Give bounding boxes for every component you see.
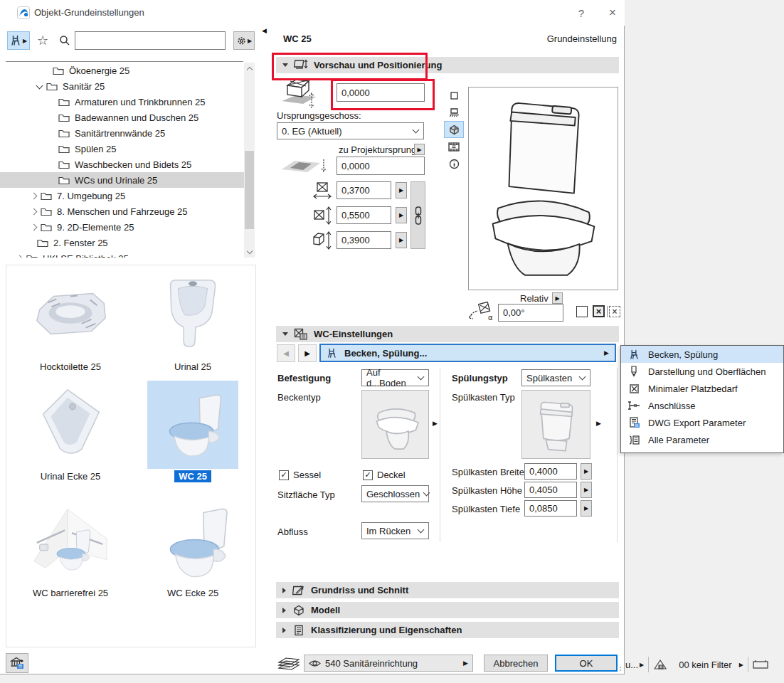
thumbnail-wc-ecke[interactable]: WC Ecke 25 xyxy=(136,497,250,604)
thumbnail-urinal-ecke[interactable]: Urinal Ecke 25 xyxy=(14,381,127,487)
tree-item-wcs-und-urinale[interactable]: WCs und Urinale 25 xyxy=(0,172,244,188)
object-type-button[interactable]: ▶ xyxy=(7,31,30,50)
preview-info-button[interactable] xyxy=(444,155,464,172)
befestigung-dropdown[interactable]: Auf d...Boden xyxy=(361,369,429,386)
chevron-collapsed-icon[interactable] xyxy=(31,208,38,215)
section-header-grundriss[interactable]: Grundriss und Schnitt xyxy=(276,582,619,598)
tree-item-oekoenergie[interactable]: Ökoenergie 25 xyxy=(0,63,244,78)
tree-item-sanitaertrennwaende[interactable]: Sanitärtrennwände 25 xyxy=(0,125,244,141)
flip-state-box-dashed[interactable]: × xyxy=(609,306,620,317)
window-frame-icon[interactable] xyxy=(753,660,768,670)
menu-item-anschluesse[interactable]: Anschlüsse xyxy=(621,397,783,414)
tree-item-menschen[interactable]: 8. Menschen und Fahrzeuge 25 xyxy=(0,203,244,219)
elevation-input[interactable] xyxy=(337,83,425,102)
ok-button[interactable]: OK xyxy=(555,655,618,672)
tree-scrollbar[interactable] xyxy=(244,63,255,258)
flip-state-box-checked[interactable]: × xyxy=(593,305,605,317)
scroll-up-button[interactable] xyxy=(244,63,255,74)
tree-item-2d-elemente[interactable]: 9. 2D-Elemente 25 xyxy=(0,219,244,235)
beckentyp-flyout-arrow[interactable]: ▶ xyxy=(433,420,438,427)
tree-item-armaturen[interactable]: Armaturen und Trinkbrunnen 25 xyxy=(0,94,244,110)
preview-2d-symbol-button[interactable] xyxy=(444,87,464,104)
spuelkasten-typ-picker[interactable] xyxy=(521,390,590,459)
tree-item-umgebung[interactable]: 7. Umgebung 25 xyxy=(0,188,244,203)
relative-label: Relativ xyxy=(520,293,549,304)
search-icon-button[interactable] xyxy=(55,31,74,50)
layer-selector[interactable]: 540 Sanitäreinrichtung ▶ xyxy=(304,655,473,672)
to-project-origin-flyout-button[interactable]: ▶ xyxy=(414,144,425,155)
chevron-expanded-icon[interactable] xyxy=(36,82,43,89)
origin-story-dropdown[interactable]: 0. EG (Aktuell) xyxy=(277,122,424,139)
chevron-collapsed-icon[interactable] xyxy=(16,255,23,258)
renovation-filter-icon[interactable] xyxy=(653,659,667,671)
relative-flyout-button[interactable]: ▶ xyxy=(552,292,563,304)
deckel-checkbox[interactable]: ✓ Deckel xyxy=(363,470,406,480)
settings-page-menu: Becken, Spülung Darstellung und Oberfläc… xyxy=(620,345,784,453)
width-flyout-button[interactable]: ▶ xyxy=(396,182,407,198)
collapse-panel-icon[interactable]: ◀ xyxy=(262,27,267,34)
mirror-checkbox-empty[interactable] xyxy=(576,306,588,317)
breite-flyout-button[interactable]: ▶ xyxy=(581,463,592,480)
overflow-control[interactable]: u... xyxy=(625,660,638,670)
hoehe-flyout-button[interactable]: ▶ xyxy=(581,482,592,498)
tiefe-flyout-button[interactable]: ▶ xyxy=(581,500,592,517)
tree-item-spuelen[interactable]: Spülen 25 xyxy=(0,141,244,157)
preview-plan-view-button[interactable] xyxy=(444,104,464,121)
menu-item-dwg-export[interactable]: DWG Export Parameter xyxy=(621,414,783,431)
link-dimensions-button[interactable] xyxy=(410,181,425,249)
menu-item-darstellung[interactable]: Darstellung und Oberflächen xyxy=(621,363,783,380)
help-button[interactable]: ? xyxy=(571,4,592,21)
beckentyp-picker[interactable] xyxy=(361,390,429,459)
tree-item-sanitaer[interactable]: Sanitär 25 xyxy=(0,78,244,94)
settings-gear-button[interactable]: ▶ xyxy=(233,31,255,50)
library-manager-button[interactable] xyxy=(6,653,28,673)
width-input[interactable] xyxy=(337,181,391,199)
tree-item-hklse-bibliothek[interactable]: HKLSE Bibliothek 25 xyxy=(0,250,244,258)
object-3d-preview[interactable] xyxy=(468,87,618,290)
favorites-star-button[interactable]: ☆ xyxy=(33,31,53,50)
menu-item-becken-spuelung[interactable]: Becken, Spülung xyxy=(621,346,783,363)
depth-input[interactable] xyxy=(337,206,391,224)
menu-item-platzbedarf[interactable]: Minimaler Platzbedarf xyxy=(621,380,783,397)
rotation-angle-input[interactable] xyxy=(498,304,563,322)
tree-item-waschbecken[interactable]: Waschbecken und Bidets 25 xyxy=(0,157,244,172)
thumbnail-hocktoilette[interactable]: Hocktoilette 25 xyxy=(14,271,127,378)
next-page-button[interactable]: ▶ xyxy=(298,344,317,362)
scroll-down-button[interactable] xyxy=(244,246,255,258)
thumbnail-urinal[interactable]: Urinal 25 xyxy=(136,271,250,378)
thumbnail-wc-selected[interactable]: WC 25 xyxy=(136,381,250,487)
resize-grip[interactable] xyxy=(616,666,622,672)
depth-flyout-button[interactable]: ▶ xyxy=(396,207,407,223)
preview-sequence-button[interactable] xyxy=(444,138,464,155)
flyout-arrow-icon: ▶ xyxy=(23,38,27,44)
menu-item-alle-parameter[interactable]: Alle Parameter xyxy=(621,431,783,448)
chevron-collapsed-icon[interactable] xyxy=(31,192,38,199)
thumbnail-wc-barrierefrei[interactable]: WC barrierefrei 25 xyxy=(14,497,127,604)
section-header-modell[interactable]: Modell xyxy=(276,602,619,618)
cancel-button[interactable]: Abbrechen xyxy=(484,655,548,672)
section-header-klassifizierung[interactable]: Klassifizierung und Eigenschaften xyxy=(276,622,619,638)
renovation-filter-value[interactable]: 00 kein Filter xyxy=(679,660,731,670)
spuelkasten-tiefe-input[interactable] xyxy=(524,500,577,517)
sessel-checkbox[interactable]: ✓ Sessel xyxy=(279,470,321,480)
abfluss-dropdown[interactable]: Im Rücken xyxy=(361,522,429,539)
section-header-wc-settings[interactable]: WC-Einstellungen xyxy=(276,326,619,342)
library-search-input[interactable] xyxy=(75,31,226,50)
height-input[interactable] xyxy=(337,231,391,249)
spuelkasten-breite-input[interactable] xyxy=(524,463,577,480)
spuelungstyp-dropdown[interactable]: Spülkasten xyxy=(521,369,590,386)
scrollbar-thumb[interactable] xyxy=(245,151,254,229)
tree-item-fenster[interactable]: 2. Fenster 25 xyxy=(0,235,244,250)
tree-item-badewannen[interactable]: Badewannen und Duschen 25 xyxy=(0,110,244,125)
previous-page-button[interactable]: ◀ xyxy=(277,344,295,362)
sitzflaeche-dropdown[interactable]: Geschlossen xyxy=(361,485,429,502)
section-header-preview-positioning[interactable]: Vorschau und Positionierung xyxy=(276,57,619,73)
settings-page-selector[interactable]: Becken, Spülung... ▶ xyxy=(319,344,616,362)
close-button[interactable]: × xyxy=(602,4,623,21)
to-project-origin-input[interactable] xyxy=(337,157,425,175)
spuelkasten-typ-flyout-arrow[interactable]: ▶ xyxy=(596,420,601,427)
chevron-collapsed-icon[interactable] xyxy=(31,223,38,231)
preview-3d-view-button[interactable] xyxy=(444,121,464,138)
spuelkasten-hoehe-input[interactable] xyxy=(524,482,577,498)
height-flyout-button[interactable]: ▶ xyxy=(396,232,407,248)
